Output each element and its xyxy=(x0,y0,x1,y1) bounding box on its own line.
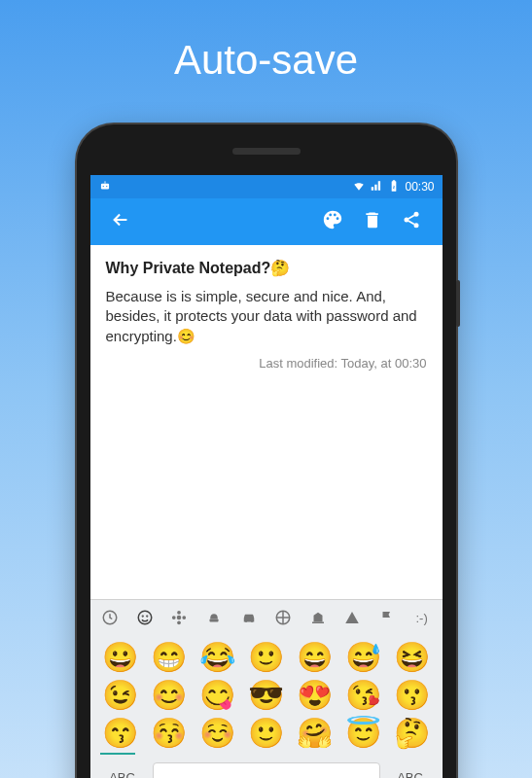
share-button[interactable] xyxy=(392,202,431,241)
emoji-category-tabs: :-) xyxy=(90,600,443,635)
abc-key-left[interactable]: ABC xyxy=(98,770,147,779)
emoji-key[interactable]: 😂 xyxy=(195,641,240,673)
emoji-key[interactable]: 😉 xyxy=(98,679,143,711)
phone-screen: 00:30 Why Private Notepad?🤔 Because is i… xyxy=(90,175,443,778)
phone-speaker xyxy=(232,148,301,155)
emoji-key[interactable]: 😄 xyxy=(293,641,337,673)
emoji-key[interactable]: 😘 xyxy=(341,679,386,711)
emoji-key[interactable]: 🙂 xyxy=(244,641,289,673)
emoji-key[interactable]: 😙 xyxy=(98,717,143,749)
battery-icon xyxy=(387,179,401,195)
emoji-tab-nature[interactable] xyxy=(163,600,196,635)
delete-button[interactable] xyxy=(353,202,392,241)
emoji-tab-emoticons[interactable]: :-) xyxy=(406,600,439,635)
phone-power-button xyxy=(456,280,460,327)
emoji-keyboard: :-) 😀 😁 😂 🙂 😄 😅 😆 😉 😊 😋 😎 😍 😘 😗 😙 😚 xyxy=(90,599,443,778)
emoji-key[interactable]: 😇 xyxy=(341,717,386,749)
emoji-key[interactable]: 😚 xyxy=(147,717,192,749)
note-title[interactable]: Why Private Notepad?🤔 xyxy=(106,259,427,277)
emoji-key[interactable]: 😊 xyxy=(147,679,192,711)
svg-point-1 xyxy=(102,185,103,186)
svg-point-11 xyxy=(177,616,182,620)
svg-point-4 xyxy=(413,212,418,217)
svg-rect-0 xyxy=(100,183,108,189)
svg-point-9 xyxy=(142,616,143,617)
status-bar: 00:30 xyxy=(90,175,443,198)
emoji-key[interactable]: 😀 xyxy=(98,641,143,673)
emoji-tab-recent[interactable] xyxy=(94,600,127,635)
svg-point-15 xyxy=(183,616,187,619)
svg-point-12 xyxy=(178,611,182,615)
emoji-tab-food[interactable] xyxy=(197,600,231,635)
svg-point-8 xyxy=(138,611,152,624)
spacebar-key[interactable] xyxy=(153,762,380,778)
emoji-key[interactable]: 🙂 xyxy=(244,717,289,749)
hero-title: Auto-save xyxy=(0,0,532,84)
app-bar xyxy=(90,198,443,245)
note-editor[interactable]: Why Private Notepad?🤔 Because is is simp… xyxy=(90,245,443,599)
signal-icon xyxy=(370,179,383,195)
emoji-key[interactable]: 😆 xyxy=(390,641,435,673)
keyboard-bottom-row: ABC ABC xyxy=(90,757,443,778)
emoji-key[interactable]: 😗 xyxy=(390,679,435,711)
emoji-key[interactable]: 😋 xyxy=(195,679,240,711)
back-button[interactable] xyxy=(102,201,139,242)
emoji-grid: 😀 😁 😂 🙂 😄 😅 😆 😉 😊 😋 😎 😍 😘 😗 😙 😚 ☺️ 🙂 🤗 xyxy=(90,635,443,753)
phone-frame: 00:30 Why Private Notepad?🤔 Because is i… xyxy=(77,124,456,778)
palette-button[interactable] xyxy=(312,201,353,242)
emoji-key[interactable]: 🤔 xyxy=(390,717,435,749)
robot-icon xyxy=(98,179,112,195)
emoji-key[interactable]: 😅 xyxy=(341,641,386,673)
emoji-key[interactable]: ☺️ xyxy=(195,717,240,749)
svg-point-18 xyxy=(251,620,253,622)
emoji-tab-face[interactable] xyxy=(128,600,161,635)
emoji-tab-symbols[interactable] xyxy=(337,600,370,635)
emoji-key[interactable]: 😁 xyxy=(147,641,192,673)
emoji-tab-indicator xyxy=(100,753,135,755)
emoji-key[interactable]: 😍 xyxy=(293,679,337,711)
svg-point-13 xyxy=(178,620,182,624)
abc-key-right[interactable]: ABC xyxy=(386,770,435,779)
svg-point-2 xyxy=(106,185,107,186)
emoji-tab-travel[interactable] xyxy=(232,600,266,635)
note-modified-label: Last modified: Today, at 00:30 xyxy=(106,356,427,371)
emoji-key[interactable]: 😎 xyxy=(244,679,289,711)
emoji-key[interactable]: 🤗 xyxy=(293,717,337,749)
emoji-tab-activity[interactable] xyxy=(266,600,300,635)
svg-point-6 xyxy=(413,223,418,228)
svg-point-5 xyxy=(404,218,408,223)
svg-rect-16 xyxy=(210,619,219,622)
note-body[interactable]: Because is is simple, secure and nice. A… xyxy=(106,287,427,346)
emoji-tab-objects[interactable] xyxy=(301,600,335,635)
svg-point-10 xyxy=(147,616,148,617)
svg-point-14 xyxy=(172,616,176,619)
svg-point-17 xyxy=(245,620,247,622)
wifi-icon xyxy=(352,179,366,195)
emoji-tab-flags[interactable] xyxy=(371,600,404,635)
status-time: 00:30 xyxy=(405,180,434,194)
